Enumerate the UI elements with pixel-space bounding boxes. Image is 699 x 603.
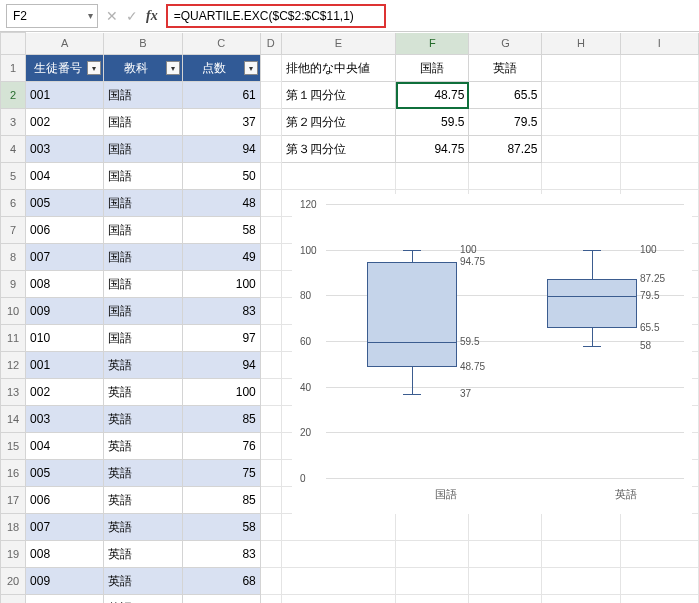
cell-C3[interactable]: 37 bbox=[182, 109, 260, 136]
cell-B5[interactable]: 国語 bbox=[104, 163, 182, 190]
cell-D19[interactable] bbox=[260, 541, 281, 568]
cell-B10[interactable]: 国語 bbox=[104, 298, 182, 325]
filter-dropdown-icon[interactable]: ▾ bbox=[244, 61, 258, 75]
cell-I2[interactable] bbox=[620, 82, 698, 109]
cell-C7[interactable]: 58 bbox=[182, 217, 260, 244]
col-header-B[interactable]: B bbox=[104, 33, 182, 55]
chevron-down-icon[interactable]: ▾ bbox=[88, 10, 93, 21]
cell-B4[interactable]: 国語 bbox=[104, 136, 182, 163]
box-plot-chart[interactable]: 0 20 40 60 80 100 120 10094.7559.548.753… bbox=[292, 194, 692, 514]
row-header-9[interactable]: 9 bbox=[1, 271, 26, 298]
col-header-E[interactable]: E bbox=[281, 33, 396, 55]
cell-B6[interactable]: 国語 bbox=[104, 190, 182, 217]
cell-C5[interactable]: 50 bbox=[182, 163, 260, 190]
cell-D11[interactable] bbox=[260, 325, 281, 352]
cell-F4[interactable]: 94.75 bbox=[396, 136, 469, 163]
cell-B11[interactable]: 国語 bbox=[104, 325, 182, 352]
cell-B13[interactable]: 英語 bbox=[104, 379, 182, 406]
cell-E21[interactable] bbox=[281, 595, 396, 604]
cell-G3[interactable]: 79.5 bbox=[469, 109, 542, 136]
col-header-G[interactable]: G bbox=[469, 33, 542, 55]
cell-E18[interactable] bbox=[281, 514, 396, 541]
cell-C2[interactable]: 61 bbox=[182, 82, 260, 109]
fx-icon[interactable]: fx bbox=[146, 8, 158, 24]
cell-G18[interactable] bbox=[469, 514, 542, 541]
cell-B17[interactable]: 英語 bbox=[104, 487, 182, 514]
row-header-6[interactable]: 6 bbox=[1, 190, 26, 217]
cell-B15[interactable]: 英語 bbox=[104, 433, 182, 460]
cell-D2[interactable] bbox=[260, 82, 281, 109]
cell-D8[interactable] bbox=[260, 244, 281, 271]
cell-H2[interactable] bbox=[542, 82, 620, 109]
cell-H18[interactable] bbox=[542, 514, 620, 541]
cell-A17[interactable]: 006 bbox=[26, 487, 104, 514]
cell-C12[interactable]: 94 bbox=[182, 352, 260, 379]
cell-C9[interactable]: 100 bbox=[182, 271, 260, 298]
cell-I3[interactable] bbox=[620, 109, 698, 136]
accept-icon[interactable]: ✓ bbox=[126, 8, 138, 24]
cell-D5[interactable] bbox=[260, 163, 281, 190]
cell-E19[interactable] bbox=[281, 541, 396, 568]
cell-E3[interactable]: 第２四分位 bbox=[281, 109, 396, 136]
cell-I1[interactable] bbox=[620, 55, 698, 82]
row-header-18[interactable]: 18 bbox=[1, 514, 26, 541]
cell-D3[interactable] bbox=[260, 109, 281, 136]
cell-D13[interactable] bbox=[260, 379, 281, 406]
cell-B3[interactable]: 国語 bbox=[104, 109, 182, 136]
cell-D7[interactable] bbox=[260, 217, 281, 244]
row-header-16[interactable]: 16 bbox=[1, 460, 26, 487]
row-header-12[interactable]: 12 bbox=[1, 352, 26, 379]
cell-B21[interactable]: 英語 bbox=[104, 595, 182, 604]
cell-B14[interactable]: 英語 bbox=[104, 406, 182, 433]
cell-G19[interactable] bbox=[469, 541, 542, 568]
cell-C10[interactable]: 83 bbox=[182, 298, 260, 325]
cell-A14[interactable]: 003 bbox=[26, 406, 104, 433]
cell-C17[interactable]: 85 bbox=[182, 487, 260, 514]
cell-E5[interactable] bbox=[281, 163, 396, 190]
row-header-5[interactable]: 5 bbox=[1, 163, 26, 190]
cell-C16[interactable]: 75 bbox=[182, 460, 260, 487]
col-header-A[interactable]: A bbox=[26, 33, 104, 55]
cell-A3[interactable]: 002 bbox=[26, 109, 104, 136]
cell-A8[interactable]: 007 bbox=[26, 244, 104, 271]
cell-A1[interactable]: 生徒番号▾ bbox=[26, 55, 104, 82]
cell-A15[interactable]: 004 bbox=[26, 433, 104, 460]
cell-I18[interactable] bbox=[620, 514, 698, 541]
cell-F3[interactable]: 59.5 bbox=[396, 109, 469, 136]
cell-E2[interactable]: 第１四分位 bbox=[281, 82, 396, 109]
cell-B7[interactable]: 国語 bbox=[104, 217, 182, 244]
row-header-3[interactable]: 3 bbox=[1, 109, 26, 136]
cell-F1[interactable]: 国語 bbox=[396, 55, 469, 82]
col-header-D[interactable]: D bbox=[260, 33, 281, 55]
cell-D14[interactable] bbox=[260, 406, 281, 433]
cell-F18[interactable] bbox=[396, 514, 469, 541]
select-all-corner[interactable] bbox=[1, 33, 26, 55]
row-header-1[interactable]: 1 bbox=[1, 55, 26, 82]
cell-G1[interactable]: 英語 bbox=[469, 55, 542, 82]
cell-B2[interactable]: 国語 bbox=[104, 82, 182, 109]
filter-dropdown-icon[interactable]: ▾ bbox=[166, 61, 180, 75]
cell-H21[interactable] bbox=[542, 595, 620, 604]
cell-C4[interactable]: 94 bbox=[182, 136, 260, 163]
row-header-10[interactable]: 10 bbox=[1, 298, 26, 325]
cell-A4[interactable]: 003 bbox=[26, 136, 104, 163]
cell-B20[interactable]: 英語 bbox=[104, 568, 182, 595]
row-header-19[interactable]: 19 bbox=[1, 541, 26, 568]
cell-A20[interactable]: 009 bbox=[26, 568, 104, 595]
cell-B8[interactable]: 国語 bbox=[104, 244, 182, 271]
cell-F5[interactable] bbox=[396, 163, 469, 190]
cell-I20[interactable] bbox=[620, 568, 698, 595]
cell-C14[interactable]: 85 bbox=[182, 406, 260, 433]
cell-H19[interactable] bbox=[542, 541, 620, 568]
cell-D16[interactable] bbox=[260, 460, 281, 487]
cell-E1[interactable]: 排他的な中央値 bbox=[281, 55, 396, 82]
col-header-C[interactable]: C bbox=[182, 33, 260, 55]
cell-D20[interactable] bbox=[260, 568, 281, 595]
cell-F19[interactable] bbox=[396, 541, 469, 568]
cell-D15[interactable] bbox=[260, 433, 281, 460]
formula-input[interactable]: =QUARTILE.EXC($C$2:$C$11,1) bbox=[166, 4, 386, 28]
cell-B1[interactable]: 教科▾ bbox=[104, 55, 182, 82]
cell-G2[interactable]: 65.5 bbox=[469, 82, 542, 109]
cell-A18[interactable]: 007 bbox=[26, 514, 104, 541]
col-header-I[interactable]: I bbox=[620, 33, 698, 55]
